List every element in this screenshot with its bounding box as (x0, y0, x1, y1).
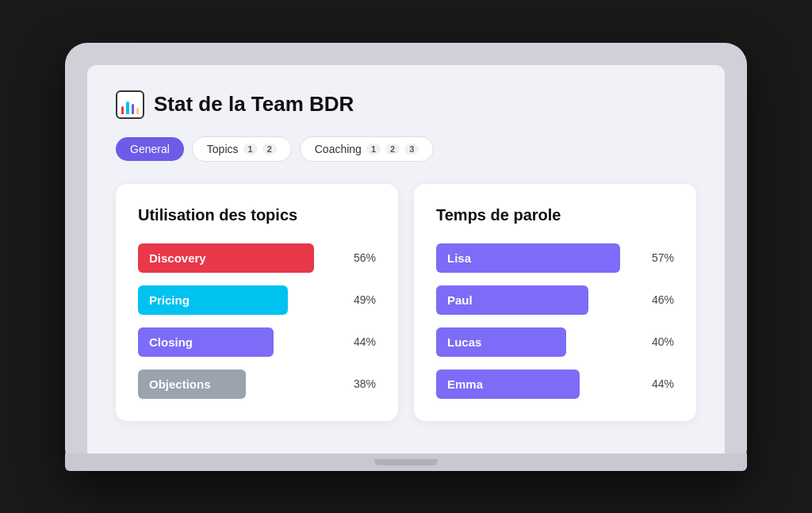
bar-objections: Objections (138, 369, 246, 399)
bar-emma: Emma (436, 369, 580, 399)
bar-row-discovery: Discovery 56% (138, 243, 376, 273)
bar-row-closing: Closing 44% (138, 327, 376, 357)
bar-pricing-percent: 49% (347, 293, 376, 306)
bar-row-pricing: Pricing 49% (138, 285, 376, 315)
bar-objections-container: Objections (138, 369, 338, 399)
bar-lucas-container: Lucas (436, 327, 636, 357)
topics-card: Utilisation des topics Discovery 56% Pri… (116, 184, 398, 421)
laptop-notch (374, 459, 438, 465)
tab-general[interactable]: General (116, 137, 184, 161)
bar-chart-icon (116, 90, 144, 119)
bar-paul-container: Paul (436, 285, 636, 315)
bar-row-emma: Emma 44% (436, 369, 674, 399)
bar-row-lisa: Lisa 57% (436, 243, 674, 273)
bar-lisa-percent: 57% (645, 251, 674, 264)
bar-paul: Paul (436, 285, 588, 315)
tab-coaching-badge-2: 2 (385, 144, 400, 155)
bar-discovery-container: Discovery (138, 243, 338, 273)
page-title: Stat de la Team BDR (154, 92, 354, 117)
tab-topics-badge-2: 2 (262, 144, 277, 155)
bar-closing: Closing (138, 327, 274, 357)
bar-pricing: Pricing (138, 285, 288, 315)
tab-coaching-badge-3: 3 (404, 144, 419, 155)
bar-objections-percent: 38% (347, 377, 376, 390)
bar-closing-percent: 44% (347, 335, 376, 348)
tab-coaching-badge-1: 1 (366, 144, 381, 155)
bar-paul-percent: 46% (645, 293, 674, 306)
tab-topics[interactable]: Topics 1 2 (192, 136, 292, 162)
laptop-base (65, 454, 747, 471)
tab-coaching[interactable]: Coaching 1 2 3 (300, 136, 435, 162)
bar-lisa-container: Lisa (436, 243, 636, 273)
topics-card-title: Utilisation des topics (138, 206, 376, 224)
laptop-frame: Stat de la Team BDR General Topics 1 2 C… (65, 43, 747, 471)
bar-lucas: Lucas (436, 327, 566, 357)
bar-lucas-percent: 40% (645, 335, 674, 348)
bar-discovery: Discovery (138, 243, 314, 273)
bar-emma-container: Emma (436, 369, 636, 399)
tab-topics-badge-1: 1 (243, 144, 258, 155)
bar-row-paul: Paul 46% (436, 285, 674, 315)
bar-closing-container: Closing (138, 327, 338, 357)
bar-emma-percent: 44% (645, 377, 674, 390)
cards-row: Utilisation des topics Discovery 56% Pri… (116, 184, 696, 421)
screen-content: Stat de la Team BDR General Topics 1 2 C… (87, 65, 725, 454)
page-header: Stat de la Team BDR (116, 90, 696, 119)
speech-card: Temps de parole Lisa 57% Paul (414, 184, 696, 421)
tabs-row: General Topics 1 2 Coaching 1 2 3 (116, 136, 696, 162)
bar-row-objections: Objections 38% (138, 369, 376, 399)
speech-card-title: Temps de parole (436, 206, 674, 224)
bar-lisa: Lisa (436, 243, 620, 273)
bar-row-lucas: Lucas 40% (436, 327, 674, 357)
bar-discovery-percent: 56% (347, 251, 376, 264)
bar-pricing-container: Pricing (138, 285, 338, 315)
